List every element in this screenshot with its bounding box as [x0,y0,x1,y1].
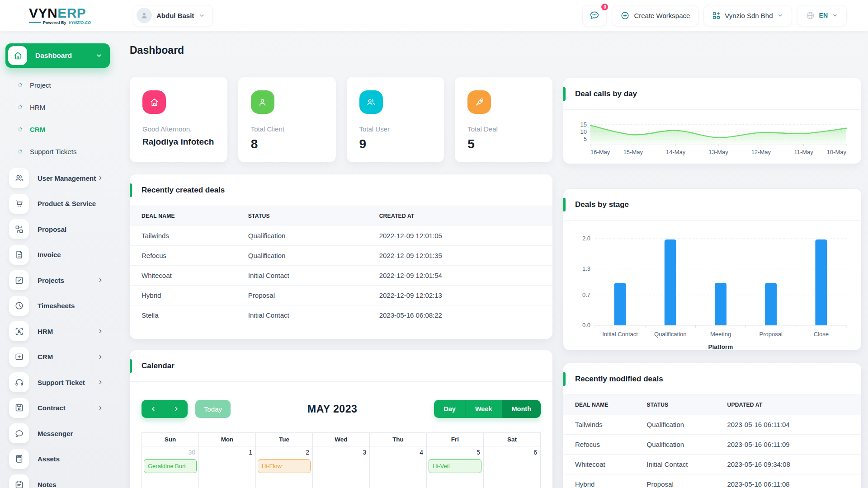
accent-bar [130,359,132,373]
svg-text:2.0: 2.0 [582,235,590,242]
recently-created-deals-card: Recently created deals DEAL NAMESTATUSCR… [130,174,552,339]
calendar-day-cell[interactable]: 3 [313,446,370,488]
calendar-day-cell[interactable]: 4 [370,446,427,488]
language-selector[interactable]: EN [797,5,847,26]
accent-bar [563,198,566,211]
table-cell: 2022-12-09 12:02:13 [379,286,552,305]
svg-text:12-May: 12-May [751,149,771,155]
user-menu[interactable]: Abdul Basit [133,5,213,26]
chevron-right-icon [97,405,104,411]
svg-text:14-May: 14-May [666,149,686,155]
create-workspace-label: Create Workspace [634,12,690,19]
calendar-next-button[interactable] [165,400,188,418]
chevron-right-icon [97,379,104,385]
sidebar-item-invoice[interactable]: Invoice [0,242,130,268]
home-icon [142,90,166,114]
proposal-icon [9,219,29,239]
sidebar-subitem-support-tickets[interactable]: Support Tickets [0,141,130,163]
sidebar: Dashboard ProjectHRMCRMSupport Tickets U… [0,31,130,488]
create-workspace-button[interactable]: Create Workspace [612,5,698,26]
sidebar-item-assets[interactable]: Assets [0,446,130,472]
chevron-down-icon [777,12,783,19]
svg-text:Proposal: Proposal [760,331,783,338]
sidebar-subitem-label: Support Tickets [30,148,76,155]
calendar-day-header: Tue [256,433,313,446]
sidebar-item-projects[interactable]: Projects [0,267,130,293]
sidebar-item-dashboard[interactable]: Dashboard [5,43,110,68]
calendar-day-cell[interactable]: 2Hi-Flow [256,446,313,488]
sidebar-item-contract[interactable]: Contract [0,395,130,421]
sidebar-item-hrm[interactable]: HRM [0,319,130,344]
calendar-event[interactable]: Geraldine Burt [144,459,197,473]
logo-tagline-prefix: Powered By [43,20,66,25]
table-cell: 2022-12-09 12:01:05 [379,226,552,246]
svg-text:Close: Close [814,331,829,338]
svg-text:11-May: 11-May [794,149,813,155]
sidebar-item-user-management[interactable]: User Management [0,165,130,191]
calendar-day-header: Thu [370,433,427,446]
calculator-icon [9,449,29,469]
table-cell: Initial Contact [248,266,379,286]
user-icon [251,90,274,114]
calendar-day-cell[interactable]: 30Geraldine Burt [142,446,199,488]
calendar-view-month-button[interactable]: Month [502,400,541,418]
svg-text:0.0: 0.0 [582,322,590,328]
sidebar-item-timesheets[interactable]: Timesheets [0,293,130,319]
calendar-view-day-button[interactable]: Day [434,400,465,418]
calendar-day-cell[interactable]: 5Hi-Veil [427,446,484,488]
calendar-day-cell[interactable]: 6 [484,446,541,488]
messages-button[interactable]: 0 [582,5,607,26]
table-row: WhitecoatInitial Contact2022-12-09 12:01… [130,266,552,286]
cart-icon [9,194,29,214]
calendar-event[interactable]: Hi-Flow [258,459,311,473]
sidebar-item-product-service[interactable]: Product & Service [0,191,130,217]
table-row: TailwindsQualification2022-12-09 12:01:0… [130,226,552,246]
calendar-view-week-button[interactable]: Week [465,400,502,418]
card-title: Deals by stage [575,200,629,209]
sidebar-subitem-crm[interactable]: CRM [0,118,130,141]
sidebar-sub-list: ProjectHRMCRMSupport Tickets [0,74,130,163]
table-cell: 2022-12-09 12:01:54 [379,266,552,286]
sidebar-item-label: CRM [38,353,53,361]
sidebar-subitem-project[interactable]: Project [0,74,130,96]
sidebar-item-crm[interactable]: CRM [0,344,130,370]
calendar-day-cell[interactable]: 1 [199,446,256,488]
recently-created-deals-table: DEAL NAMESTATUSCREATED ATTailwindsQualif… [130,206,552,325]
workspace-grid-icon [712,11,721,20]
table-cell: Tailwinds [563,415,647,435]
page-title: Dashboard [130,44,552,56]
svg-text:15-May: 15-May [623,149,643,155]
messages-badge: 0 [600,3,609,11]
workspace-switcher[interactable]: Vynzio Sdn Bhd [703,5,792,26]
calendar-card: Calendar Today MAY 2023 DayWeekMonth Sun… [130,350,552,488]
chevron-left-icon [150,405,157,413]
chat-oval-icon [9,423,29,443]
calendar-today-button[interactable]: Today [195,400,231,418]
calendar-day-header: Mon [199,433,256,446]
sidebar-item-messenger[interactable]: Messenger [0,421,130,446]
sidebar-item-proposal[interactable]: Proposal [0,216,130,242]
table-cell: Whitecoat [130,266,248,286]
calendar-prev-button[interactable] [142,400,165,418]
table-cell: 2023-05-16 06:11:04 [727,415,861,435]
sidebar-item-support-ticket[interactable]: Support Ticket [0,370,130,395]
table-cell: 2022-12-09 12:01:35 [379,246,552,266]
sidebar-item-label: HRM [38,328,53,335]
stat-label: Total Deal [467,125,540,133]
accent-bar [130,183,132,197]
column-header: DEAL NAME [563,395,647,415]
stat-card-total-deal: Total Deal5 [455,77,552,162]
calendar-grid: SunMonTueWedThuFriSat 30Geraldine Burt12… [142,432,541,488]
sidebar-subitem-hrm[interactable]: HRM [0,96,130,118]
home-icon [8,46,27,65]
column-header: STATUS [248,206,379,226]
chevron-right-icon [97,354,104,360]
chevron-right-icon [173,405,180,413]
deal-calls-by-day-card: Deal calls by day 1510516-May15-May14-Ma… [563,78,861,164]
calendar-event[interactable]: Hi-Veil [429,459,481,473]
table-cell: Initial Contact [647,455,727,474]
table-row: RefocusQualification2022-12-09 12:01:35 [130,246,552,266]
sidebar-item-notes[interactable]: Notes [0,472,130,488]
sidebar-item-label: Proposal [38,225,66,233]
sidebar-item-label: Product & Service [38,200,96,207]
